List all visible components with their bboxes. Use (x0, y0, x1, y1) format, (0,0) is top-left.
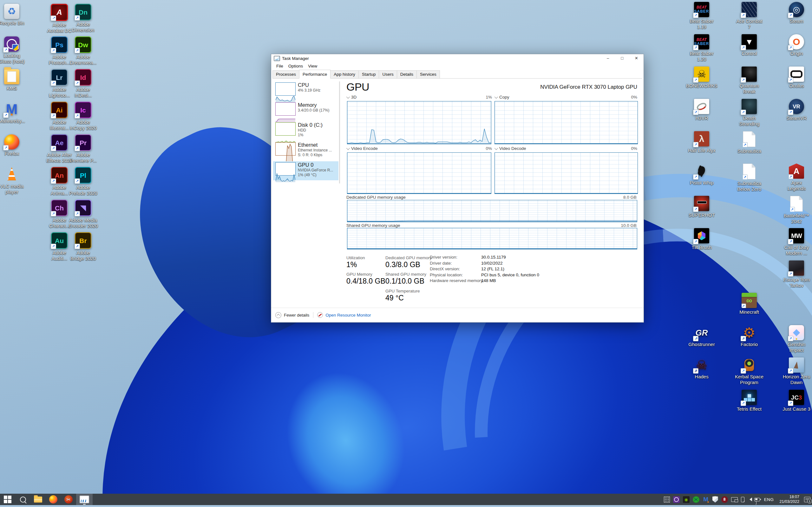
firefox-button[interactable] (46, 494, 61, 505)
looking-glass-tray-icon[interactable] (673, 496, 680, 503)
file-explorer-button[interactable] (31, 494, 46, 505)
desktop-icon-minecraft[interactable]: ∞↗Minecraft (725, 293, 773, 315)
search-button[interactable] (15, 494, 31, 505)
gpu-shared-memory-chart[interactable] (347, 228, 637, 249)
minimize-button[interactable]: – (601, 54, 615, 62)
gpu-dedicated-memory-chart[interactable] (347, 200, 637, 222)
desktop-icon-control[interactable]: ▼↗Control (725, 34, 773, 56)
sidebar-item-cpu[interactable]: CPU4% 3.19 GHz (273, 81, 339, 101)
desktop-icon-call-of-duty-mw[interactable]: MW↗Call of Duty Modern ... (773, 228, 812, 256)
desktop-icon-horizon-zero-dawn[interactable]: ↗Horizon Zero Dawn (773, 357, 812, 385)
desktop-icon-oculus[interactable]: ↗Oculus (773, 66, 812, 89)
notification-center-icon[interactable]: 1 (804, 497, 810, 502)
desktop-icon-adobe-media-encoder[interactable]: ◥↗Adobe Media Encoder 2020 (59, 200, 107, 229)
desktop-icon-quantum-break[interactable]: ↗Quantum Break (725, 66, 773, 95)
security-shield-warning-icon[interactable] (712, 496, 718, 503)
desktop-icon-label: Pistol Whip (678, 180, 725, 186)
desktop-icon-h3vr[interactable]: ↗H3VR (678, 99, 725, 121)
desktop-icon-beat-saber-120[interactable]: BEATSABER↗Beat Saber 1.20 (678, 34, 725, 62)
usb-device-icon[interactable] (741, 497, 745, 502)
beat-saber-120-icon: BEATSABER↗ (694, 34, 709, 49)
title-bar[interactable]: Task Manager – □ ✕ (271, 54, 644, 62)
desktop-icon-beat-saber-119[interactable]: BEATSABER↗Beat Saber 1.19 (678, 2, 725, 30)
desktop-icon-adobe-bridge[interactable]: Br↗Adobe Bridge 2020 (59, 232, 107, 262)
battery-power-icon[interactable] (754, 498, 760, 501)
desktop-icon-tetris-effect[interactable]: ↗Tetris Effect (725, 390, 773, 412)
desktop-icon-adobe-premiere-pro[interactable]: Pr↗Adobe Premiere P... (59, 134, 107, 164)
desktop-icon-apex-legends[interactable]: A↗Apex Legends (773, 164, 812, 191)
gpu-copy-chart[interactable] (495, 101, 638, 144)
close-button[interactable]: ✕ (629, 54, 644, 62)
menu-options[interactable]: Options (286, 64, 306, 68)
desktop-icon-tilt-brush[interactable]: ↗Tilt Brush (678, 228, 725, 250)
fewer-details-button[interactable]: Fewer details (284, 313, 309, 318)
desktop-icon-pistol-whip[interactable]: ↗Pistol Whip (678, 164, 725, 186)
menu-view[interactable]: View (305, 64, 320, 68)
gpu-video-encode-chart[interactable] (347, 153, 491, 194)
desktop-icon-looking-glass-host[interactable]: ↗Looking Glass (host) (0, 37, 36, 64)
desktop-icon-hades[interactable]: ☠↗Hades (678, 357, 725, 380)
sidebar-scrollbar[interactable] (339, 81, 340, 183)
desktop-icon-adobe-indesign[interactable]: Id↗Adobe InDesi... (59, 69, 107, 98)
desktop-icon-boneworks[interactable]: ☠↗BONEWORKS (678, 66, 725, 89)
desktop-icon-kerbal-space-program[interactable]: ↗Kerbal Space Program (725, 357, 773, 385)
desktop-icon-escape-from-tarkov[interactable]: ↗Escape from Tarkov (773, 261, 812, 288)
desktop-icon-subnautica-below-zero[interactable]: ↗Subnautica Below Zero (725, 164, 773, 192)
desktop-icon-label: Adobe Bridge 2020 (59, 250, 107, 262)
desktop-icon-adobe-incopy[interactable]: Ic↗Adobe InCopy 2020 (59, 102, 107, 131)
desktop-icon-steamvr[interactable]: VR↗SteamVR (773, 99, 812, 121)
maximize-button[interactable]: □ (615, 54, 629, 62)
desktop-icon-ace-combat-7[interactable]: ↗Ace Combat 7 (725, 2, 773, 30)
open-resource-monitor-link[interactable]: Open Resource Monitor (325, 313, 371, 318)
nvidia-settings-tray-icon[interactable]: ◉ (683, 496, 690, 503)
desktop-icon-adobe-dreamweaver[interactable]: Dw↗Adobe Dreamwea... (59, 37, 107, 66)
gpu-video-decode-chart[interactable] (495, 153, 638, 194)
tab-services[interactable]: Services (416, 70, 440, 78)
sidebar-item-title: Memory (298, 102, 338, 108)
desktop-icon-factorio[interactable]: ⚙↗Factorio (725, 325, 773, 347)
desktop-icon-battlefield-2042[interactable]: ↗Battlefield™ 2042 (773, 196, 812, 224)
malwarebytes-tray-icon[interactable]: M (703, 496, 709, 503)
task-manager-button[interactable] (76, 494, 93, 505)
sidebar-item-detail: HDD (298, 128, 338, 133)
tab-details[interactable]: Details (397, 70, 417, 78)
sidebar-item-disk-0[interactable]: Disk 0 (C:)HDD1% (273, 121, 339, 140)
tab-processes[interactable]: Processes (272, 70, 299, 78)
desktop-icon-kms[interactable]: KMS (0, 69, 36, 91)
superhot-icon: ↗ (694, 196, 709, 211)
desktop-icon-vlc-media-player[interactable]: ↗VLC media player (0, 167, 36, 195)
hidden-icons-button[interactable] (664, 497, 670, 503)
sidebar-item-memory[interactable]: Memory3.4/20.0 GB (17%) (273, 101, 339, 120)
volume-icon[interactable] (748, 498, 752, 501)
desktop-icon-adobe-prelude[interactable]: Pl↗Adobe Prelude 2020 (59, 167, 107, 196)
tab-app-history[interactable]: App history (330, 70, 359, 78)
desktop-icon-death-stranding[interactable]: ↗Death Stranding (725, 99, 773, 127)
desktop-icon-steam[interactable]: ◎↗Steam (773, 2, 812, 24)
desktop-icon-adobe-dimension[interactable]: Dn↗Adobe Dimension (59, 4, 107, 33)
desktop-icon-just-cause-3[interactable]: JC3↗Just Cause 3 (773, 390, 812, 412)
desktop-icon-ghostrunner[interactable]: GR↗Ghostrunner (678, 325, 725, 347)
menu-file[interactable]: File (274, 64, 286, 68)
razer-synapse-tray-icon[interactable]: Ж (693, 496, 699, 503)
language-indicator[interactable]: ENG (764, 497, 774, 502)
desktop-icon-origin[interactable]: O↗Origin (773, 34, 812, 56)
start-button[interactable] (0, 494, 15, 505)
desktop-icon-malwarebytes[interactable]: M↗Malwareby... (0, 102, 36, 124)
gpu-panel: GPU NVIDIA GeForce RTX 3070 Laptop GPU 3… (346, 81, 637, 308)
desktop-icon-superhot[interactable]: ↗SUPERHOT (678, 196, 725, 218)
tab-startup[interactable]: Startup (358, 70, 379, 78)
sidebar-item-gpu-0[interactable]: GPU 0NVIDIA GeForce R...1% (49 °C) (273, 161, 339, 180)
desktop-icon-half-life-alyx[interactable]: λ↗Half Life Alyx (678, 131, 725, 153)
snipping-tool-button[interactable]: ✂ (61, 494, 76, 505)
desktop-icon-firefox[interactable]: ↗Firefox (0, 134, 36, 157)
tab-users[interactable]: Users (379, 70, 397, 78)
sidebar-item-ethernet[interactable]: EthernetEthernet Instance ...S: 0 R: 0 K… (273, 141, 339, 160)
tab-performance[interactable]: Performance (299, 70, 331, 78)
desktop-icon-genshin-impact[interactable]: ↗Genshin Impact (773, 325, 812, 353)
clock[interactable]: 18:07 21/03/2022 (779, 495, 799, 504)
desktop-icon-recycle-bin[interactable]: ♻Recycle Bin (0, 4, 36, 26)
gpu-3d-chart[interactable] (347, 101, 491, 144)
display-network-icon[interactable] (731, 497, 738, 502)
red-badge-tray-icon[interactable]: 8 (721, 496, 728, 503)
desktop-icon-subnautica[interactable]: ↗Subnautica (725, 131, 773, 154)
